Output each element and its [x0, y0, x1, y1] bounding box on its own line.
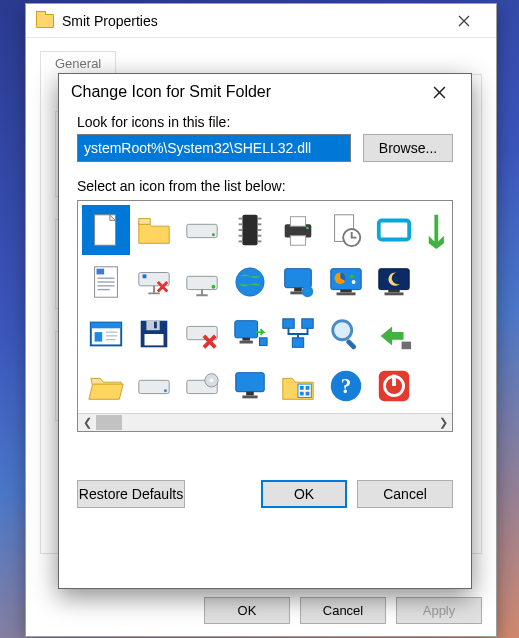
scroll-left-button[interactable]: ❮ [78, 414, 96, 432]
properties-close-button[interactable] [442, 6, 486, 36]
svg-point-31 [212, 285, 216, 289]
ok-label: OK [294, 486, 314, 502]
svg-rect-16 [290, 217, 305, 227]
svg-rect-48 [91, 323, 121, 329]
search-magnifier-icon[interactable] [322, 309, 370, 359]
svg-rect-29 [143, 274, 147, 278]
dialog-body: Look for icons in this file: Browse... S… [59, 110, 471, 522]
recent-document-icon[interactable] [322, 205, 370, 255]
svg-point-18 [306, 227, 308, 229]
svg-rect-78 [306, 386, 310, 390]
folder-icon[interactable] [130, 205, 178, 255]
globe-icon-glyph [230, 262, 270, 302]
scroll-track[interactable] [96, 414, 434, 432]
browse-button[interactable]: Browse... [363, 134, 453, 162]
svg-rect-35 [294, 288, 302, 292]
floppy-disk-icon[interactable] [130, 309, 178, 359]
network-nodes-icon[interactable] [274, 309, 322, 359]
printer-icon[interactable] [274, 205, 322, 255]
cancel-button[interactable]: Cancel [357, 480, 453, 508]
blank-col-8a[interactable] [418, 257, 453, 307]
svg-rect-21 [379, 221, 409, 240]
browse-label: Browse... [379, 140, 437, 156]
blank-document-icon[interactable] [82, 205, 130, 255]
program-window-icon[interactable] [82, 309, 130, 359]
svg-rect-61 [260, 338, 268, 346]
globe-icon[interactable] [226, 257, 274, 307]
tab-general[interactable]: General [40, 51, 116, 75]
window-frame-icon-glyph [374, 210, 414, 250]
svg-rect-34 [285, 269, 312, 288]
control-panel-monitor-icon[interactable] [322, 257, 370, 307]
blank-col-8a-glyph [422, 262, 453, 302]
optical-drive-icon-glyph [182, 366, 222, 406]
night-monitor-icon-glyph [374, 262, 414, 302]
help-question-icon-glyph: ? [326, 366, 366, 406]
icon-path-input[interactable] [77, 134, 351, 162]
optical-drive-icon[interactable] [178, 361, 226, 411]
svg-rect-58 [235, 321, 258, 338]
properties-cancel-button[interactable]: Cancel [300, 597, 386, 624]
svg-rect-17 [290, 236, 305, 246]
folder-icon-glyph [134, 210, 174, 250]
tab-label: General [55, 56, 101, 71]
programs-folder-icon[interactable] [274, 361, 322, 411]
hard-drive-icon[interactable] [130, 361, 178, 411]
svg-rect-23 [97, 269, 105, 275]
recent-document-icon-glyph [326, 210, 366, 250]
drive-error-icon[interactable] [178, 309, 226, 359]
svg-rect-75 [242, 396, 257, 399]
night-monitor-icon[interactable] [370, 257, 418, 307]
blank-col-8b[interactable] [418, 309, 453, 359]
chip-icon[interactable] [226, 205, 274, 255]
svg-rect-60 [240, 341, 253, 344]
help-question-icon[interactable]: ? [322, 361, 370, 411]
svg-rect-44 [379, 269, 409, 290]
ok-button[interactable]: OK [261, 480, 347, 508]
green-arrow-icon-glyph [422, 210, 453, 250]
monitor-network-right-icon[interactable] [226, 309, 274, 359]
properties-ok-button[interactable]: OK [204, 597, 290, 624]
green-left-arrow-icon[interactable] [370, 309, 418, 359]
scroll-thumb[interactable] [96, 415, 122, 430]
flat-monitor-icon[interactable] [226, 361, 274, 411]
restore-defaults-button[interactable]: Restore Defaults [77, 480, 185, 508]
drive-icon[interactable] [178, 205, 226, 255]
svg-rect-73 [236, 373, 265, 392]
change-icon-dialog: Change Icon for Smit Folder Look for ico… [58, 73, 472, 589]
svg-point-72 [210, 378, 214, 382]
svg-rect-85 [392, 375, 396, 386]
network-drive-x-icon-glyph [134, 262, 174, 302]
svg-rect-4 [242, 215, 257, 245]
horizontal-scrollbar[interactable]: ❮ ❯ [78, 413, 452, 431]
scroll-right-button[interactable]: ❯ [434, 414, 452, 432]
window-frame-icon[interactable] [370, 205, 418, 255]
dialog-close-button[interactable] [419, 77, 459, 107]
properties-button-row: OK Cancel Apply [204, 597, 482, 624]
monitor-network-right-icon-glyph [230, 314, 270, 354]
open-folder-icon[interactable] [82, 361, 130, 411]
svg-text:?: ? [341, 374, 351, 398]
blank-col-8c-glyph [422, 366, 453, 406]
text-document-icon[interactable] [82, 257, 130, 307]
svg-rect-46 [385, 292, 404, 295]
search-magnifier-icon-glyph [326, 314, 366, 354]
power-shutdown-icon[interactable] [370, 361, 418, 411]
svg-point-3 [212, 233, 215, 236]
svg-point-40 [350, 274, 354, 278]
program-window-icon-glyph [86, 314, 126, 354]
properties-apply-button[interactable]: Apply [396, 597, 482, 624]
network-monitor-icon[interactable] [274, 257, 322, 307]
svg-rect-1 [139, 219, 150, 225]
blank-col-8c[interactable] [418, 361, 453, 411]
network-drive-x-icon[interactable] [130, 257, 178, 307]
svg-rect-55 [145, 334, 164, 345]
external-drive-icon[interactable] [178, 257, 226, 307]
hard-drive-icon-glyph [134, 366, 174, 406]
svg-rect-66 [345, 339, 356, 350]
printer-icon-glyph [278, 210, 318, 250]
svg-point-69 [164, 389, 167, 392]
blank-document-icon-glyph [86, 210, 126, 250]
green-arrow-icon[interactable] [418, 205, 453, 255]
drive-icon-glyph [182, 210, 222, 250]
